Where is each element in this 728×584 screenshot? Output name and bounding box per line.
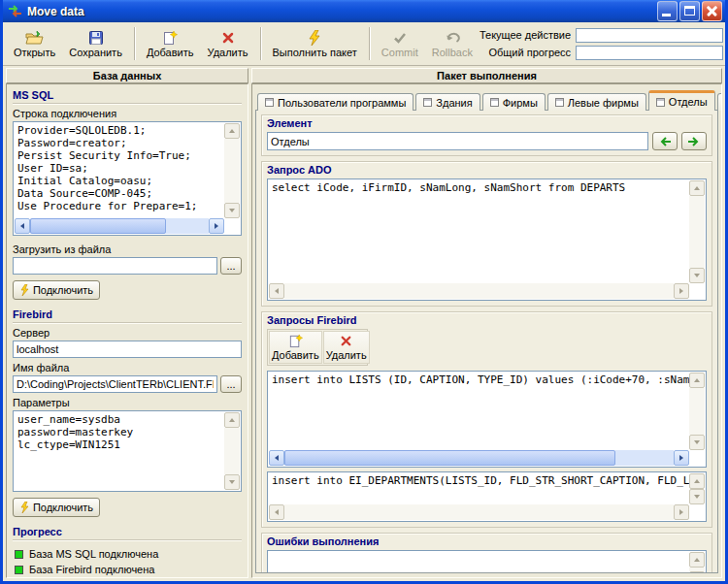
horizontal-scrollbar[interactable]: [269, 283, 689, 299]
connect-icon: [19, 502, 29, 513]
scroll-track[interactable]: [689, 568, 705, 571]
tab-work-types[interactable]: Типы работ: [717, 93, 722, 111]
scroll-up-button[interactable]: [689, 373, 705, 388]
browse-connection-file-button[interactable]: ...: [220, 257, 242, 275]
scroll-right-button[interactable]: [674, 504, 689, 520]
filename-input[interactable]: [13, 375, 217, 393]
scroll-up-button[interactable]: [224, 123, 240, 139]
parameters-box[interactable]: user_name=sysdba password=masterkey lc_c…: [13, 410, 242, 492]
horizontal-scrollbar[interactable]: [15, 218, 224, 234]
green-status-icon: [15, 550, 23, 559]
scroll-right-button[interactable]: [674, 283, 689, 299]
scroll-down-button[interactable]: [224, 474, 240, 490]
open-button[interactable]: Открыть: [7, 24, 62, 63]
tab-firms[interactable]: Фирмы: [482, 93, 546, 111]
connection-string-box[interactable]: Provider=SQLOLEDB.1; Password=creator; P…: [13, 121, 242, 236]
scroll-down-button[interactable]: [689, 571, 705, 573]
overall-progress-field[interactable]: [576, 46, 723, 60]
titlebar[interactable]: Move data: [3, 0, 725, 22]
scroll-track[interactable]: [284, 504, 674, 520]
execution-errors-box[interactable]: [267, 550, 707, 573]
execute-package-button[interactable]: Выполнить пакет: [266, 24, 364, 63]
scroll-down-button[interactable]: [224, 203, 240, 218]
vertical-scrollbar[interactable]: [689, 373, 705, 450]
package-panel-header: Пакет выполнения: [251, 68, 722, 83]
scroll-up-button[interactable]: [689, 552, 705, 568]
scroll-right-button[interactable]: [209, 218, 224, 234]
horizontal-scrollbar[interactable]: [269, 504, 689, 520]
server-input[interactable]: [13, 341, 242, 358]
scroll-track[interactable]: [284, 283, 674, 299]
scroll-track[interactable]: [224, 428, 240, 474]
ado-group-title: Запрос ADO: [267, 164, 707, 176]
load-from-file-input[interactable]: [13, 257, 217, 275]
mssql-connect-button[interactable]: Подключить: [13, 280, 100, 300]
scroll-track[interactable]: [30, 218, 209, 234]
vertical-scrollbar[interactable]: [689, 473, 705, 504]
horizontal-scrollbar[interactable]: [269, 450, 689, 466]
connection-string-text[interactable]: Provider=SQLOLEDB.1; Password=creator; P…: [15, 123, 224, 218]
scroll-track[interactable]: [689, 388, 705, 435]
open-folder-icon: [25, 30, 45, 46]
tab-departments[interactable]: Отделы: [648, 90, 715, 111]
scroll-up-button[interactable]: [689, 473, 705, 489]
close-button[interactable]: [702, 1, 722, 21]
firebird-connect-button[interactable]: Подключить: [13, 498, 100, 517]
scroll-right-button[interactable]: [674, 450, 689, 466]
scroll-thumb[interactable]: [30, 218, 166, 234]
vertical-scrollbar[interactable]: [224, 123, 240, 218]
parameters-text[interactable]: user_name=sysdba password=masterkey lc_c…: [15, 412, 224, 490]
scroll-down-button[interactable]: [689, 435, 705, 450]
execution-errors-group: Ошибки выполнения: [261, 533, 712, 573]
current-action-field[interactable]: [576, 28, 723, 43]
browse-database-file-button[interactable]: ...: [220, 375, 242, 393]
scroll-track[interactable]: [284, 450, 674, 466]
delete-button[interactable]: Удалить: [201, 24, 255, 63]
firebird-query-1-text[interactable]: insert into LISTS (ID, CAPTION, TYPE_ID)…: [269, 373, 689, 450]
scroll-down-button[interactable]: [689, 489, 705, 504]
firebird-query-2-box[interactable]: insert into EI_DEPARTMENTS(LISTS_ID, FLD…: [267, 471, 707, 522]
ado-query-box[interactable]: select iCode, iFirmID, sNamLong, sNamSho…: [267, 178, 707, 301]
tab-buildings[interactable]: Здания: [415, 93, 480, 111]
tab-users[interactable]: Пользователи программы: [257, 93, 414, 111]
vertical-scrollbar[interactable]: [224, 412, 240, 490]
save-button[interactable]: Сохранить: [62, 24, 129, 63]
save-floppy-icon: [88, 30, 104, 46]
vertical-scrollbar[interactable]: [689, 552, 705, 573]
ado-query-text[interactable]: select iCode, iFirmID, sNamLong, sNamSho…: [269, 180, 689, 283]
scroll-track[interactable]: [224, 139, 240, 203]
scroll-left-button[interactable]: [269, 450, 284, 466]
firebird-query-2-text[interactable]: insert into EI_DEPARTMENTS(LISTS_ID, FLD…: [269, 473, 689, 504]
overall-progress-label: Общий прогресс: [488, 47, 571, 58]
tab-left-firms[interactable]: Левые фирмы: [547, 93, 646, 111]
commit-button[interactable]: Commit: [375, 24, 425, 63]
add-button[interactable]: Добавить: [140, 24, 201, 63]
scroll-left-button[interactable]: [269, 283, 284, 299]
vertical-scrollbar[interactable]: [689, 180, 705, 283]
element-prev-button[interactable]: [652, 132, 678, 150]
mssql-section-title: MS SQL: [13, 89, 242, 104]
delete-query-button[interactable]: Удалить: [323, 331, 370, 364]
element-name-input[interactable]: [267, 132, 648, 150]
scroll-up-button[interactable]: [689, 180, 705, 196]
execution-errors-text[interactable]: [269, 552, 689, 573]
element-next-button[interactable]: [681, 132, 707, 150]
progress-section-title: Прогресс: [13, 526, 242, 540]
scroll-left-button[interactable]: [269, 504, 284, 520]
scroll-thumb[interactable]: [284, 450, 615, 466]
maximize-icon: [684, 6, 695, 16]
scroll-track[interactable]: [689, 196, 705, 268]
minimize-button[interactable]: [657, 1, 678, 21]
add-query-button[interactable]: Добавить: [269, 331, 322, 364]
scroll-up-button[interactable]: [224, 412, 240, 428]
firebird-query-1-box[interactable]: insert into LISTS (ID, CAPTION, TYPE_ID)…: [267, 371, 707, 468]
lightning-icon: [307, 30, 322, 46]
package-panel: Пакет выполнения Пользователи программы …: [251, 68, 722, 578]
tab-icon: [656, 98, 665, 107]
green-arrow-left-icon: [658, 136, 672, 147]
rollback-button[interactable]: Rollback: [425, 24, 480, 63]
scroll-left-button[interactable]: [15, 218, 30, 234]
green-status-icon: [15, 566, 23, 574]
maximize-button[interactable]: [679, 1, 700, 21]
scroll-down-button[interactable]: [689, 268, 705, 283]
